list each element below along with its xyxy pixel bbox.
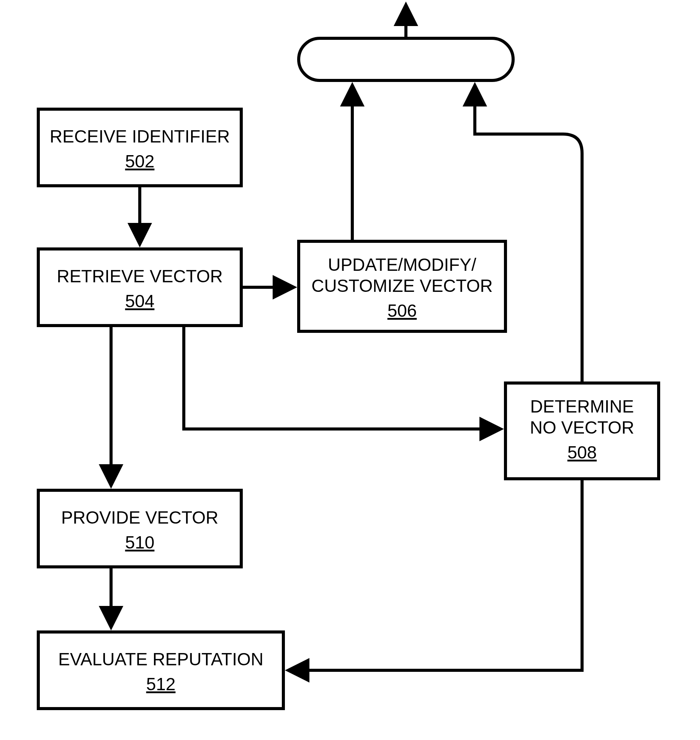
- node-512: EVALUATE REPUTATION 512: [38, 632, 283, 709]
- arrow-508-512: [291, 479, 582, 670]
- node-508-label2: NO VECTOR: [530, 417, 635, 437]
- svg-rect-4: [38, 490, 241, 567]
- node-512-ref: 512: [146, 674, 176, 694]
- svg-rect-0: [38, 109, 241, 186]
- node-512-label: EVALUATE REPUTATION: [58, 649, 263, 669]
- svg-rect-5: [38, 632, 283, 709]
- flowchart: RECEIVE IDENTIFIER 502 RETRIEVE VECTOR 5…: [0, 0, 700, 740]
- node-508-ref: 508: [568, 442, 597, 462]
- node-506-label2: CUSTOMIZE VECTOR: [311, 276, 493, 296]
- node-510-ref: 510: [125, 532, 155, 552]
- node-502: RECEIVE IDENTIFIER 502: [38, 109, 241, 186]
- node-508-label1: DETERMINE: [530, 396, 634, 416]
- node-506: UPDATE/MODIFY/ CUSTOMIZE VECTOR 506: [299, 241, 505, 331]
- node-506-ref: 506: [388, 301, 417, 321]
- node-510: PROVIDE VECTOR 510: [38, 490, 241, 567]
- terminator-node: [299, 38, 513, 80]
- node-508: DETERMINE NO VECTOR 508: [505, 383, 659, 479]
- node-502-label: RECEIVE IDENTIFIER: [50, 126, 230, 146]
- arrow-508-terminator: [475, 88, 582, 383]
- node-504: RETRIEVE VECTOR 504: [38, 249, 241, 326]
- svg-rect-1: [38, 249, 241, 326]
- node-502-ref: 502: [125, 151, 155, 171]
- node-504-label: RETRIEVE VECTOR: [57, 266, 223, 286]
- arrow-504-508: [184, 326, 498, 429]
- node-510-label: PROVIDE VECTOR: [61, 508, 219, 527]
- node-504-ref: 504: [125, 291, 155, 311]
- node-506-label1: UPDATE/MODIFY/: [328, 255, 476, 275]
